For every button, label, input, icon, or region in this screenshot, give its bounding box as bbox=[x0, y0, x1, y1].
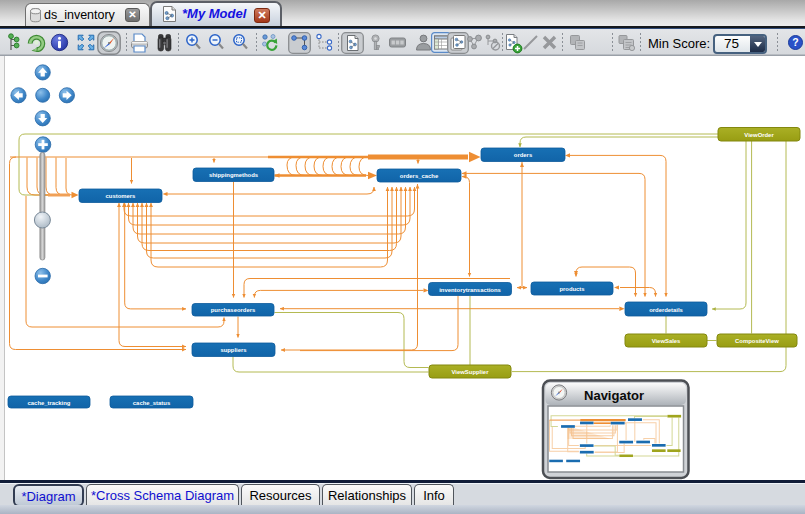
svg-text:ViewSupplier: ViewSupplier bbox=[452, 369, 490, 375]
svg-text:orderdetails: orderdetails bbox=[649, 307, 683, 313]
svg-text:products: products bbox=[559, 286, 585, 292]
svg-text:orders_cache: orders_cache bbox=[400, 173, 439, 179]
svg-text:purchaseorders: purchaseorders bbox=[211, 307, 256, 313]
svg-text:cache_tracking: cache_tracking bbox=[28, 400, 71, 406]
svg-text:customers: customers bbox=[106, 193, 137, 199]
svg-text:shippingmethods: shippingmethods bbox=[209, 172, 259, 178]
svg-text:ViewSales: ViewSales bbox=[652, 338, 681, 344]
svg-text:?: ? bbox=[792, 36, 798, 48]
svg-text:orders: orders bbox=[514, 152, 533, 158]
svg-text:suppliers: suppliers bbox=[220, 347, 247, 353]
svg-text:CompositeView: CompositeView bbox=[735, 338, 779, 344]
svg-text:inventorytransactions: inventorytransactions bbox=[439, 287, 501, 293]
svg-text:Navigator: Navigator bbox=[584, 388, 644, 403]
svg-text:ViewOrder: ViewOrder bbox=[744, 132, 774, 138]
svg-text:cache_status: cache_status bbox=[133, 400, 171, 406]
